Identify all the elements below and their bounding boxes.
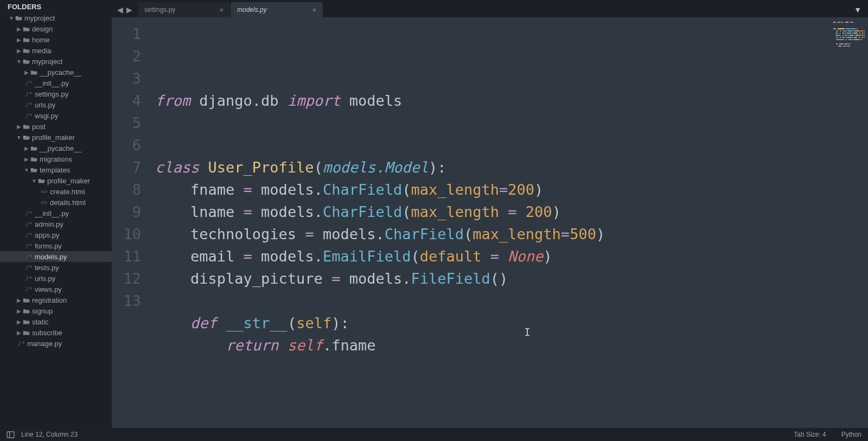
folder-icon bbox=[22, 297, 30, 303]
file-item[interactable]: /*tests.py bbox=[0, 262, 112, 273]
folder-item[interactable]: ▶subscribe bbox=[0, 327, 112, 338]
folder-item[interactable]: ▶post bbox=[0, 121, 112, 132]
folder-item[interactable]: ▶static bbox=[0, 316, 112, 327]
file-type-icon: /* bbox=[24, 210, 33, 217]
folder-item[interactable]: ▶migrations bbox=[0, 154, 112, 164]
editor-tab[interactable]: settings.py× bbox=[138, 2, 230, 17]
folder-icon bbox=[22, 26, 30, 32]
tree-item-label: design bbox=[32, 25, 53, 33]
disclosure-icon[interactable]: ▼ bbox=[24, 167, 29, 173]
tree-item-label: myproject bbox=[24, 14, 55, 22]
disclosure-icon[interactable]: ▼ bbox=[31, 178, 37, 184]
file-type-icon: /* bbox=[24, 221, 33, 228]
tab-label: models.py bbox=[237, 6, 267, 14]
tree-item-label: templates bbox=[40, 166, 70, 174]
tab-bar: ◀ ▶ settings.py×models.py× ▼ bbox=[112, 0, 868, 17]
tree-item-label: urls.py bbox=[35, 274, 55, 283]
folder-item[interactable]: ▶__pycache__ bbox=[0, 67, 112, 78]
disclosure-icon[interactable]: ▶ bbox=[16, 37, 22, 43]
tree-item-label: registration bbox=[32, 296, 67, 304]
minimap[interactable] bbox=[830, 17, 868, 428]
tree-item-label: forms.py bbox=[35, 242, 62, 250]
file-item[interactable]: /*urls.py bbox=[0, 273, 112, 284]
tree-item-label: manage.py bbox=[27, 340, 62, 348]
file-item[interactable]: /*apps.py bbox=[0, 229, 112, 240]
disclosure-icon[interactable]: ▶ bbox=[16, 48, 22, 54]
folder-item[interactable]: ▼profile_maker bbox=[0, 175, 112, 186]
folder-icon bbox=[22, 330, 30, 336]
file-item[interactable]: <>details.html bbox=[0, 197, 112, 208]
panel-switcher-icon[interactable] bbox=[7, 431, 15, 438]
disclosure-icon[interactable]: ▶ bbox=[16, 297, 22, 303]
disclosure-icon[interactable]: ▶ bbox=[16, 124, 22, 130]
tab-history-nav[interactable]: ◀ ▶ bbox=[112, 5, 138, 17]
close-icon[interactable]: × bbox=[219, 6, 224, 14]
file-item[interactable]: /*__init__.py bbox=[0, 78, 112, 88]
folder-icon bbox=[30, 156, 38, 162]
disclosure-icon[interactable]: ▶ bbox=[24, 69, 29, 75]
disclosure-icon[interactable]: ▶ bbox=[24, 156, 29, 162]
tree-item-label: details.html bbox=[50, 199, 86, 207]
disclosure-icon[interactable]: ▶ bbox=[16, 308, 22, 314]
code-editor[interactable]: I from django.db import modelsclass User… bbox=[150, 17, 830, 428]
file-type-icon: /* bbox=[24, 242, 33, 250]
disclosure-icon[interactable]: ▼ bbox=[16, 59, 22, 65]
file-item[interactable]: /*admin.py bbox=[0, 219, 112, 229]
folder-item[interactable]: ▶registration bbox=[0, 295, 112, 305]
file-item[interactable]: /*manage.py bbox=[0, 338, 112, 349]
tree-item-label: subscribe bbox=[32, 329, 62, 337]
file-item[interactable]: <>create.html bbox=[0, 186, 112, 197]
folder-item[interactable]: ▼templates bbox=[0, 164, 112, 175]
tree-item-label: wsgi.py bbox=[35, 112, 58, 120]
folder-icon bbox=[22, 124, 30, 130]
nav-back-icon[interactable]: ◀ bbox=[116, 5, 124, 14]
language-mode[interactable]: Python bbox=[841, 431, 861, 438]
close-icon[interactable]: × bbox=[312, 6, 316, 14]
file-item[interactable]: /*wsgi.py bbox=[0, 110, 112, 121]
file-type-icon: /* bbox=[24, 80, 33, 87]
folder-item[interactable]: ▶home bbox=[0, 34, 112, 45]
disclosure-icon[interactable]: ▶ bbox=[16, 26, 22, 32]
editor-pane: ◀ ▶ settings.py×models.py× ▼ 12345678910… bbox=[112, 0, 868, 428]
folder-icon bbox=[30, 145, 38, 151]
tree-item-label: home bbox=[32, 36, 50, 44]
folder-icon bbox=[22, 37, 30, 43]
file-item[interactable]: /*models.py bbox=[0, 251, 112, 262]
nav-forward-icon[interactable]: ▶ bbox=[125, 5, 133, 14]
file-item[interactable]: /*urls.py bbox=[0, 99, 112, 110]
folder-item[interactable]: ▼myproject bbox=[0, 56, 112, 67]
disclosure-icon[interactable]: ▼ bbox=[9, 15, 14, 21]
tree-item-label: media bbox=[32, 47, 51, 55]
file-type-icon: /* bbox=[24, 286, 33, 293]
folder-item[interactable]: ▶media bbox=[0, 45, 112, 56]
file-type-icon: /* bbox=[24, 232, 33, 239]
folder-icon bbox=[22, 48, 30, 54]
file-item[interactable]: /*views.py bbox=[0, 284, 112, 295]
folder-item[interactable]: ▼myproject bbox=[0, 12, 112, 23]
disclosure-icon[interactable]: ▼ bbox=[16, 135, 22, 140]
tree-item-label: views.py bbox=[35, 285, 62, 293]
editor-tab[interactable]: models.py× bbox=[231, 2, 323, 17]
tree-item-label: __pycache__ bbox=[40, 68, 81, 76]
tree-item-label: myproject bbox=[32, 57, 62, 66]
line-gutter[interactable]: 12345678910111213 bbox=[112, 17, 150, 428]
folder-item[interactable]: ▶design bbox=[0, 23, 112, 34]
file-item[interactable]: /*settings.py bbox=[0, 88, 112, 99]
sidebar-title: FOLDERS bbox=[0, 0, 112, 12]
file-item[interactable]: /*forms.py bbox=[0, 240, 112, 251]
folder-icon bbox=[22, 319, 30, 325]
folder-item[interactable]: ▶__pycache__ bbox=[0, 143, 112, 154]
folder-icon bbox=[30, 167, 38, 173]
disclosure-icon[interactable]: ▶ bbox=[24, 145, 29, 151]
file-item[interactable]: /*__init__.py bbox=[0, 208, 112, 219]
tree-item-label: admin.py bbox=[35, 220, 63, 228]
disclosure-icon[interactable]: ▶ bbox=[16, 319, 22, 325]
tab-menu-icon[interactable]: ▼ bbox=[847, 2, 868, 17]
tab-size[interactable]: Tab Size: 4 bbox=[794, 431, 826, 438]
svg-rect-0 bbox=[7, 431, 14, 437]
folder-item[interactable]: ▼profile_maker bbox=[0, 132, 112, 143]
file-tree[interactable]: ▼myproject▶design▶home▶media▼myproject▶_… bbox=[0, 12, 112, 428]
folder-item[interactable]: ▶signup bbox=[0, 305, 112, 316]
disclosure-icon[interactable]: ▶ bbox=[16, 330, 22, 336]
cursor-position[interactable]: Line 12, Column 23 bbox=[21, 431, 78, 438]
